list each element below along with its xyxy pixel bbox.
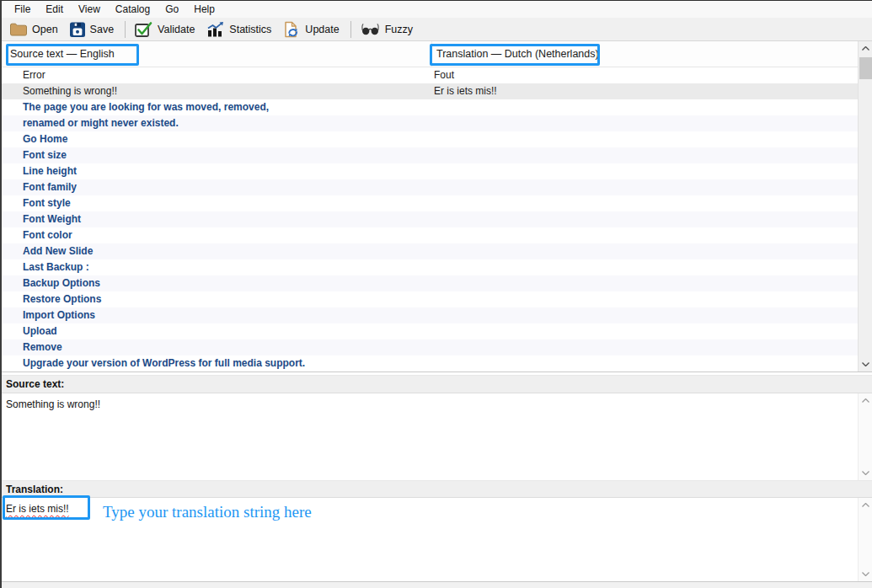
list-item[interactable]: Import Options: [2, 307, 858, 323]
source-cell: Font size: [2, 147, 431, 163]
source-column-header[interactable]: Source text — English: [2, 48, 431, 60]
source-cell: Go Home: [2, 131, 431, 147]
list-item[interactable]: Go Home: [2, 131, 858, 147]
scroll-up-icon[interactable]: [859, 393, 872, 408]
source-cell: Add New Slide: [2, 243, 431, 259]
source-text-label: Source text:: [2, 375, 872, 393]
fuzzy-glasses-icon: [360, 22, 381, 36]
translation-cell: Er is iets mis!!: [431, 83, 858, 99]
source-text-label-text: Source text:: [6, 378, 64, 390]
scroll-down-icon[interactable]: [859, 567, 872, 581]
scroll-up-icon[interactable]: [859, 41, 872, 56]
source-text-value: Something is wrong!!: [6, 398, 100, 410]
validate-check-icon: [134, 21, 153, 38]
source-cell: renamed or might never existed.: [2, 115, 431, 131]
menu-bar: File Edit View Catalog Go Help: [2, 1, 872, 18]
menu-view[interactable]: View: [71, 2, 108, 17]
open-folder-icon: [9, 21, 28, 37]
source-cell: Font family: [2, 179, 431, 195]
list-item[interactable]: Something is wrong!! Er is iets mis!!: [2, 83, 858, 99]
fuzzy-button-label: Fuzzy: [385, 24, 413, 35]
list-item[interactable]: Add New Slide: [2, 243, 858, 259]
list-scrollbar[interactable]: [858, 41, 872, 372]
save-button-label: Save: [90, 24, 115, 35]
list-item[interactable]: The page you are looking for was moved, …: [2, 99, 858, 115]
source-cell: Remove: [2, 339, 431, 355]
list-item[interactable]: Font style: [2, 195, 858, 211]
toolbar: Open Save Validate Statistics Update: [2, 18, 872, 41]
source-cell: Something is wrong!!: [2, 83, 431, 99]
source-cell: Line height: [2, 163, 431, 179]
update-refresh-icon: [282, 21, 301, 38]
translation-input-area[interactable]: Er is iets mis!! Type your translation s…: [2, 498, 872, 581]
scroll-down-icon[interactable]: [859, 466, 872, 480]
source-cell: Backup Options: [2, 275, 431, 291]
statistics-button-label: Statistics: [229, 24, 271, 35]
save-button[interactable]: Save: [65, 19, 121, 40]
source-cell: Last Backup :: [2, 259, 431, 275]
source-cell: Upload: [2, 323, 431, 339]
translation-scrollbar[interactable]: [858, 498, 872, 581]
list-item[interactable]: Line height: [2, 163, 858, 179]
statistics-button[interactable]: Statistics: [201, 19, 278, 40]
scroll-down-icon[interactable]: [859, 357, 872, 372]
source-text-area: Something is wrong!!: [2, 393, 872, 480]
list-item[interactable]: Font color: [2, 227, 858, 243]
toolbar-separator: [350, 21, 351, 38]
validate-button-label: Validate: [158, 24, 195, 35]
menu-file[interactable]: File: [7, 2, 38, 17]
open-button[interactable]: Open: [5, 19, 65, 39]
translation-label: Translation:: [2, 480, 872, 498]
source-cell: Font style: [2, 195, 431, 211]
poedit-window: File Edit View Catalog Go Help Open Save…: [0, 0, 872, 588]
list-header: Source text — English Translation — Dutc…: [2, 41, 872, 67]
statistics-chart-icon: [206, 21, 225, 38]
translation-list: Error Fout Something is wrong!! Er is ie…: [2, 67, 858, 372]
list-item[interactable]: Font family: [2, 179, 858, 195]
list-item[interactable]: Remove: [2, 339, 858, 355]
list-item[interactable]: Upgrade your version of WordPress for fu…: [2, 355, 858, 372]
validate-button[interactable]: Validate: [130, 19, 201, 40]
save-icon: [69, 21, 86, 38]
menu-catalog[interactable]: Catalog: [108, 2, 158, 17]
source-cell: Font color: [2, 227, 431, 243]
list-item[interactable]: Error Fout: [2, 67, 858, 83]
list-item[interactable]: Font size: [2, 147, 858, 163]
list-item[interactable]: Font Weight: [2, 211, 858, 227]
translation-text-value[interactable]: Er is iets mis!!: [6, 503, 69, 515]
source-cell: Import Options: [2, 307, 431, 323]
menu-help[interactable]: Help: [186, 2, 222, 17]
list-item[interactable]: Restore Options: [2, 291, 858, 307]
source-cell: Restore Options: [2, 291, 431, 307]
translation-label-text: Translation:: [6, 484, 63, 495]
menu-edit[interactable]: Edit: [38, 2, 71, 17]
source-cell: Upgrade your version of WordPress for fu…: [2, 355, 431, 372]
status-bar: [2, 581, 872, 588]
list-item[interactable]: renamed or might never existed.: [2, 115, 858, 131]
source-cell: Error: [2, 67, 431, 83]
open-button-label: Open: [32, 24, 58, 35]
translation-column-header[interactable]: Translation — Dutch (Netherlands): [431, 41, 872, 67]
list-item[interactable]: Last Backup :: [2, 259, 858, 275]
toolbar-separator: [125, 21, 126, 38]
scroll-up-icon[interactable]: [859, 498, 872, 512]
update-button-label: Update: [305, 24, 339, 35]
translation-list-panel: Source text — English Translation — Dutc…: [2, 41, 872, 372]
annotation-note: Type your translation string here: [103, 503, 312, 521]
source-cell: Font Weight: [2, 211, 431, 227]
list-item[interactable]: Backup Options: [2, 275, 858, 291]
menu-go[interactable]: Go: [158, 2, 186, 17]
source-scrollbar[interactable]: [858, 393, 872, 480]
translation-cell: Fout: [431, 67, 858, 83]
scrollbar-thumb[interactable]: [859, 57, 872, 79]
list-item[interactable]: Upload: [2, 323, 858, 339]
fuzzy-button[interactable]: Fuzzy: [356, 20, 420, 38]
source-cell: The page you are looking for was moved, …: [2, 99, 431, 115]
update-button[interactable]: Update: [278, 19, 345, 40]
